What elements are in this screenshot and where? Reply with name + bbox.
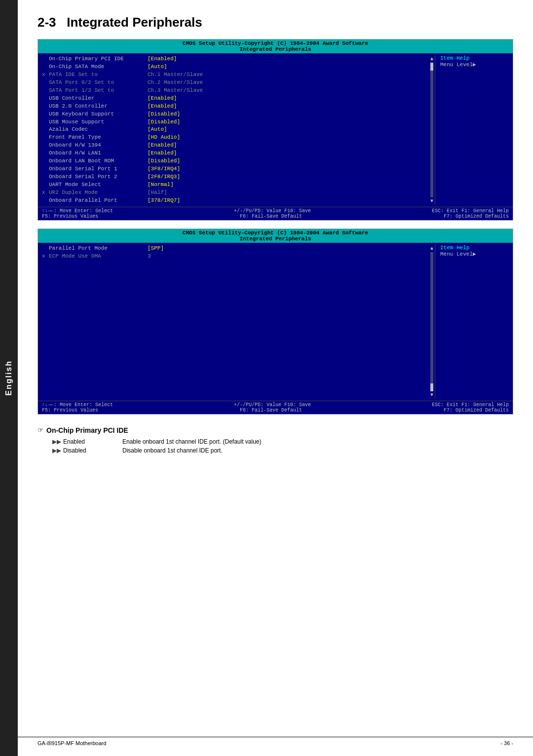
desc-item-enabled: ▶▶ Enabled Enable onboard 1st channel ID…: [38, 438, 513, 445]
bios2-footer: ↑↓→←: Move Enter: Select +/-/PU/PD: Valu…: [38, 401, 513, 414]
section-heading: Integrated Peripherals: [67, 15, 202, 30]
bios1-footer: ↑↓→←: Move Enter: Select +/-/PU/PD: Valu…: [38, 207, 513, 220]
table-row: USB Mouse Support [Disabled]: [42, 118, 429, 126]
table-row: Onboard H/W LAN1 [Enabled]: [42, 150, 429, 157]
table-row: UART Mode Select [Normal]: [42, 181, 429, 189]
section-number: 2-3: [38, 15, 56, 30]
bullet-icon: ▶▶: [52, 438, 61, 445]
bullet-icon: ▶▶: [52, 447, 61, 454]
table-row: Parallel Port Mode [SPP]: [42, 245, 429, 253]
desc-item-disabled: ▶▶ Disabled Disable onboard 1st channel …: [38, 447, 513, 454]
table-row: SATA Port 1/3 Set to Ch.3 Master/Slave: [42, 87, 429, 95]
desc-label-enabled: Enabled: [63, 438, 122, 445]
bios1-help: Item Help Menu Level▶: [435, 55, 509, 205]
table-row: USB 2.0 Controller [Enabled]: [42, 103, 429, 111]
desc-title: ☞ On-Chip Primary PCI IDE: [38, 426, 513, 434]
desc-text-disabled: Disable onboard 1st channel IDE port.: [122, 447, 223, 454]
table-row: SATA Port 0/2 Set to Ch.2 Master/Slave: [42, 79, 429, 87]
bios-screen-1: CMOS Setup Utility-Copyright (C) 1984-20…: [38, 39, 513, 221]
table-row: Onboard Serial Port 2 [2F8/IRQ3]: [42, 173, 429, 181]
table-row: Onboard LAN Boot ROM [Disabled]: [42, 157, 429, 165]
bios2-help: Item Help Menu Level▶: [435, 245, 509, 399]
page-footer: GA-8I915P-MF Motherboard - 36 -: [18, 737, 533, 746]
table-row: x UR2 Duplex Mode [Half]: [42, 189, 429, 197]
bios-screen-2: CMOS Setup Utility-Copyright (C) 1984-20…: [38, 228, 513, 415]
desc-text-enabled: Enable onboard 1st channel IDE port. (De…: [122, 438, 262, 445]
table-row: USB Keyboard Support [Disabled]: [42, 111, 429, 118]
bios-header-1: CMOS Setup Utility-Copyright (C) 1984-20…: [38, 39, 513, 53]
sidebar: English: [0, 0, 18, 756]
sidebar-label: English: [4, 360, 13, 396]
table-row: Front Panel Type [HD Audio]: [42, 134, 429, 142]
table-row: x ECP Mode Use DMA 3: [42, 253, 429, 261]
table-row: Onboard Serial Port 1 [3F8/IRQ4]: [42, 165, 429, 173]
table-row: On-Chip Primary PCI IDE [Enabled]: [42, 55, 429, 63]
main-content: 2-3 Integrated Peripherals CMOS Setup Ut…: [18, 0, 533, 471]
bios1-scrollbar: ▲ ▼: [429, 55, 435, 205]
bios2-scrollbar: ▲ ▼: [429, 245, 435, 399]
table-row: x PATA IDE Set to Ch.1 Master/Slave: [42, 71, 429, 79]
table-row: Azalia Codec [Auto]: [42, 126, 429, 134]
bios-header-2: CMOS Setup Utility-Copyright (C) 1984-20…: [38, 229, 513, 243]
bios1-table: On-Chip Primary PCI IDE [Enabled] On-Chi…: [42, 55, 429, 205]
description-section: ☞ On-Chip Primary PCI IDE ▶▶ Enabled Ena…: [38, 426, 513, 454]
footer-model: GA-8I915P-MF Motherboard: [38, 740, 106, 746]
footer-page: - 36 -: [500, 740, 513, 746]
desc-title-text: On-Chip Primary PCI IDE: [46, 426, 128, 434]
table-row: USB Controller [Enabled]: [42, 95, 429, 103]
desc-label-disabled: Disabled: [63, 447, 122, 454]
table-row: Onboard H/W 1394 [Enabled]: [42, 142, 429, 150]
table-row: On-Chip SATA Mode [Auto]: [42, 63, 429, 71]
desc-title-arrow: ☞: [38, 426, 43, 434]
table-row: Onboard Parallel Port [378/IRQ7]: [42, 197, 429, 205]
section-title: 2-3 Integrated Peripherals: [38, 15, 513, 30]
bios2-table: Parallel Port Mode [SPP] x ECP Mode Use …: [42, 245, 429, 399]
